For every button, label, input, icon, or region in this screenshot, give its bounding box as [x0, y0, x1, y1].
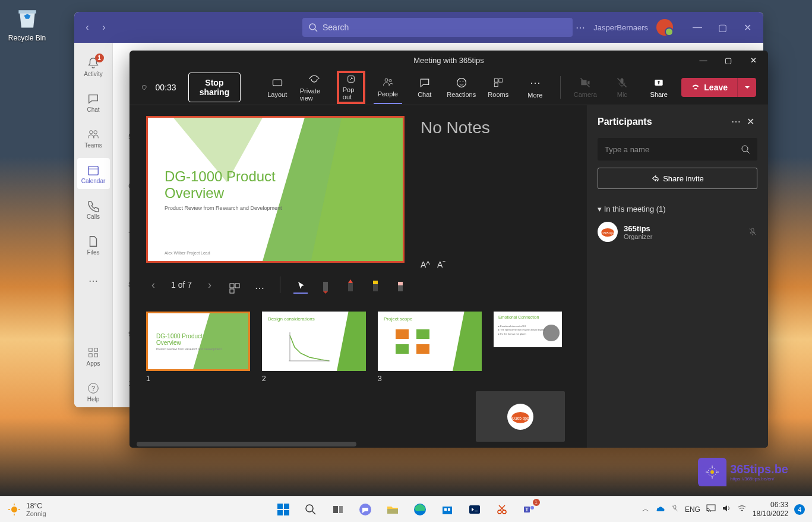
rooms-button[interactable]: Rooms [484, 71, 513, 104]
powershell-button[interactable] [463, 498, 486, 521]
tray-chevron-icon[interactable]: ︿ [642, 504, 649, 514]
meeting-maximize-button[interactable]: ▢ [717, 51, 740, 70]
meeting-chat-button[interactable]: Chat [410, 71, 439, 104]
svg-rect-9 [94, 353, 98, 357]
thumbnail-2[interactable]: Design considerations [262, 312, 366, 371]
font-increase-button[interactable]: A^ [421, 260, 430, 269]
svg-rect-28 [230, 289, 234, 293]
thumbnail-4[interactable]: Emotional Connection ▸ Emotional element… [494, 312, 562, 347]
snip-button[interactable] [490, 498, 514, 521]
meeting-close-button[interactable]: ✕ [742, 51, 764, 70]
search-taskbar-button[interactable] [299, 498, 323, 521]
svg-text:O365 tips: O365 tips [512, 416, 529, 421]
sidebar-item-apps[interactable]: Apps [77, 341, 110, 372]
laser-tool[interactable] [343, 276, 358, 294]
svg-rect-6 [89, 348, 93, 351]
shield-icon[interactable] [141, 82, 147, 93]
more-tools-button[interactable]: ⋯ [252, 276, 267, 294]
svg-rect-63 [339, 506, 343, 513]
language-indicator[interactable]: ENG [685, 505, 700, 514]
store-button[interactable] [435, 498, 459, 521]
nav-forward[interactable]: › [96, 19, 112, 36]
sidebar-item-more[interactable]: ⋯ [77, 265, 110, 296]
start-button[interactable] [271, 498, 295, 521]
participant-row[interactable]: O365 tips 365tips Organizer [598, 222, 757, 242]
wifi-icon[interactable] [737, 504, 747, 515]
self-video-pip[interactable]: O365 tips [476, 391, 565, 442]
svg-text:T: T [525, 507, 529, 512]
tray-mic-icon[interactable] [671, 504, 679, 514]
people-button[interactable]: People [374, 71, 402, 104]
presenter-toolbar: ‹ 1 of 7 › ⋯ [146, 276, 570, 294]
maximize-button[interactable]: ▢ [711, 18, 734, 37]
volume-icon[interactable] [722, 504, 731, 515]
chat-taskbar-button[interactable] [353, 498, 377, 521]
task-view-button[interactable] [326, 498, 350, 521]
onedrive-icon[interactable] [655, 504, 665, 515]
layout-button[interactable]: Layout [263, 71, 292, 104]
pen-red-tool[interactable] [318, 276, 333, 294]
avatar[interactable] [656, 19, 673, 36]
svg-rect-69 [469, 505, 480, 514]
font-decrease-button[interactable]: Aˇ [437, 260, 446, 269]
leave-button[interactable]: Leave [681, 78, 737, 97]
cast-icon[interactable] [706, 504, 716, 515]
highlighter-tool[interactable] [368, 276, 383, 294]
thumbnail-scrollbar[interactable] [137, 442, 356, 446]
sidebar-item-activity[interactable]: 1 Activity [77, 51, 110, 82]
sidebar-item-teams[interactable]: Teams [77, 122, 110, 153]
grid-view-button[interactable] [228, 276, 242, 294]
cursor-tool[interactable] [293, 276, 308, 294]
eraser-tool[interactable] [393, 276, 407, 294]
svg-rect-4 [89, 166, 99, 175]
teams-taskbar-button[interactable]: T1 [517, 498, 541, 521]
participants-close-icon[interactable]: ✕ [743, 116, 757, 127]
svg-rect-79 [707, 505, 715, 511]
svg-point-2 [90, 130, 93, 134]
leave-caret[interactable] [737, 78, 756, 97]
svg-point-15 [389, 79, 391, 81]
mic-button[interactable]: Mic [608, 71, 636, 104]
prev-slide-button[interactable]: ‹ [146, 279, 160, 291]
sidebar-item-help[interactable]: ?Help [77, 376, 110, 407]
svg-text:O365 tips: O365 tips [601, 231, 614, 235]
pop-out-button[interactable]: Pop out [337, 71, 365, 104]
svg-line-38 [747, 151, 750, 153]
close-button[interactable]: ✕ [736, 18, 759, 37]
notifications-button[interactable]: 4 [794, 504, 805, 515]
participants-more-icon[interactable]: ⋯ [729, 116, 743, 127]
slide-thumbnails: DG-1000 ProductOverviewProduct Review fr… [146, 312, 570, 371]
recycle-bin[interactable]: Recycle Bin [5, 5, 49, 42]
private-view-button[interactable]: Private view [300, 71, 328, 104]
reactions-button[interactable]: Reactions [447, 71, 476, 104]
in-meeting-section[interactable]: ▾ In this meeting (1) [598, 205, 757, 213]
stop-sharing-button[interactable]: Stop sharing [188, 73, 241, 102]
thumbnail-3[interactable]: Project scope [378, 312, 482, 371]
sidebar-item-calls[interactable]: Calls [77, 194, 110, 225]
svg-rect-66 [443, 507, 452, 514]
username-label: JasperBernaers [593, 23, 648, 32]
search-input[interactable]: Search [302, 18, 573, 37]
minimize-button[interactable]: — [686, 18, 709, 37]
svg-rect-27 [235, 284, 239, 288]
svg-rect-8 [89, 353, 93, 357]
camera-button[interactable]: Camera [571, 71, 599, 104]
edge-button[interactable] [408, 498, 432, 521]
next-slide-button[interactable]: › [203, 279, 217, 291]
participant-search-input[interactable]: Type a name [598, 138, 757, 161]
thumbnail-1[interactable]: DG-1000 ProductOverviewProduct Review fr… [146, 312, 250, 371]
sidebar-item-calendar[interactable]: Calendar [77, 158, 110, 189]
meeting-minimize-button[interactable]: — [692, 51, 715, 70]
more-button[interactable]: ⋯More [521, 71, 549, 104]
share-invite-button[interactable]: Share invite [598, 168, 757, 189]
more-icon[interactable]: ⋯ [576, 22, 585, 33]
clock[interactable]: 06:3318/10/2022 [753, 501, 788, 518]
sidebar-item-chat[interactable]: Chat [77, 87, 110, 118]
svg-rect-56 [277, 504, 283, 509]
weather-widget[interactable]: 18°CZonnig [7, 502, 46, 517]
activity-badge: 1 [95, 54, 104, 62]
nav-back[interactable]: ‹ [79, 19, 96, 36]
sidebar-item-files[interactable]: Files [77, 229, 110, 260]
share-button[interactable]: Share [644, 71, 673, 104]
explorer-button[interactable] [381, 498, 405, 521]
